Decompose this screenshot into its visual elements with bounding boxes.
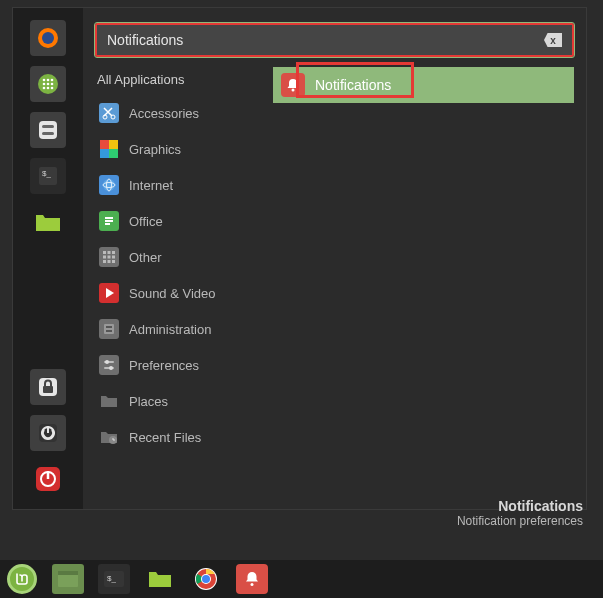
svg-point-4	[47, 79, 50, 82]
category-recent[interactable]: Recent Files	[95, 422, 265, 452]
fav-settings[interactable]	[30, 112, 66, 148]
result-label: Notifications	[315, 77, 391, 93]
svg-rect-36	[105, 220, 113, 222]
svg-rect-37	[105, 223, 110, 225]
svg-rect-40	[112, 251, 115, 254]
svg-point-54	[109, 366, 113, 370]
svg-rect-44	[103, 260, 106, 263]
svg-text:$_: $_	[107, 574, 116, 583]
fav-lock[interactable]	[30, 369, 66, 405]
svg-text:$_: $_	[42, 169, 51, 178]
svg-point-53	[105, 360, 109, 364]
category-office[interactable]: Office	[95, 206, 265, 236]
category-all[interactable]: All Applications	[95, 67, 265, 92]
category-internet[interactable]: Internet	[95, 170, 265, 200]
svg-point-6	[43, 83, 46, 86]
svg-point-65	[251, 583, 254, 586]
svg-rect-42	[108, 256, 111, 259]
prefs-icon	[99, 355, 119, 375]
svg-rect-43	[112, 256, 115, 259]
search-field[interactable]: x	[95, 23, 574, 57]
recent-icon	[99, 427, 119, 447]
svg-rect-28	[109, 140, 118, 149]
svg-rect-38	[103, 251, 106, 254]
results-list: Notifications	[273, 67, 574, 499]
svg-point-26	[111, 115, 115, 119]
fav-terminal[interactable]: $_	[30, 158, 66, 194]
mint-menu: $_ x All Applications Accessories Graphi…	[12, 7, 587, 510]
admin-icon	[99, 319, 119, 339]
svg-rect-13	[42, 125, 54, 128]
svg-point-5	[51, 79, 54, 82]
folder-icon	[99, 391, 119, 411]
office-icon	[99, 211, 119, 231]
taskbar-chrome[interactable]	[190, 564, 222, 594]
category-administration[interactable]: Administration	[95, 314, 265, 344]
svg-point-56	[292, 89, 295, 92]
svg-rect-46	[112, 260, 115, 263]
svg-point-3	[43, 79, 46, 82]
taskbar-files[interactable]	[144, 564, 176, 594]
category-places[interactable]: Places	[95, 386, 265, 416]
category-accessories[interactable]: Accessories	[95, 98, 265, 128]
tooltip: Notifications Notification preferences	[457, 498, 583, 528]
svg-rect-29	[100, 149, 109, 158]
bell-icon	[281, 73, 305, 97]
fav-shutdown[interactable]	[30, 461, 66, 497]
fav-apps[interactable]	[30, 66, 66, 102]
svg-point-31	[103, 179, 115, 191]
svg-point-7	[47, 83, 50, 86]
svg-rect-39	[108, 251, 111, 254]
svg-rect-27	[100, 140, 109, 149]
svg-rect-58	[58, 571, 78, 575]
svg-rect-35	[105, 217, 113, 219]
svg-point-1	[42, 32, 54, 44]
graphics-icon	[99, 139, 119, 159]
fav-files[interactable]	[30, 204, 66, 240]
taskbar-notifications[interactable]	[236, 564, 268, 594]
svg-rect-45	[108, 260, 111, 263]
taskbar-mint-menu[interactable]	[6, 564, 38, 594]
search-input[interactable]	[107, 32, 544, 48]
taskbar-desktop[interactable]	[52, 564, 84, 594]
svg-rect-30	[109, 149, 118, 158]
menu-main-area: x All Applications Accessories Graphics …	[83, 8, 586, 509]
tooltip-desc: Notification preferences	[457, 514, 583, 528]
favorites-column: $_	[13, 8, 83, 509]
category-other[interactable]: Other	[95, 242, 265, 272]
fav-firefox[interactable]	[30, 20, 66, 56]
taskbar: $_	[0, 560, 603, 598]
play-icon	[99, 283, 119, 303]
svg-rect-41	[103, 256, 106, 259]
svg-rect-12	[39, 121, 57, 139]
svg-rect-49	[106, 326, 112, 328]
svg-point-8	[51, 83, 54, 86]
svg-point-64	[202, 575, 210, 583]
svg-rect-14	[42, 132, 54, 135]
svg-rect-19	[43, 386, 53, 393]
result-notifications[interactable]: Notifications	[273, 67, 574, 103]
svg-point-11	[51, 87, 54, 90]
globe-icon	[99, 175, 119, 195]
mint-logo-icon	[7, 564, 37, 594]
category-list: All Applications Accessories Graphics In…	[95, 67, 265, 499]
category-sound-video[interactable]: Sound & Video	[95, 278, 265, 308]
grid-icon	[99, 247, 119, 267]
svg-marker-47	[106, 288, 114, 298]
svg-rect-48	[104, 324, 114, 334]
svg-rect-50	[106, 330, 112, 332]
taskbar-terminal[interactable]: $_	[98, 564, 130, 594]
fav-logout[interactable]	[30, 415, 66, 451]
svg-point-10	[47, 87, 50, 90]
category-graphics[interactable]: Graphics	[95, 134, 265, 164]
svg-point-9	[43, 87, 46, 90]
scissors-icon	[99, 103, 119, 123]
tooltip-title: Notifications	[457, 498, 583, 514]
category-preferences[interactable]: Preferences	[95, 350, 265, 380]
clear-search-icon[interactable]: x	[544, 33, 562, 47]
